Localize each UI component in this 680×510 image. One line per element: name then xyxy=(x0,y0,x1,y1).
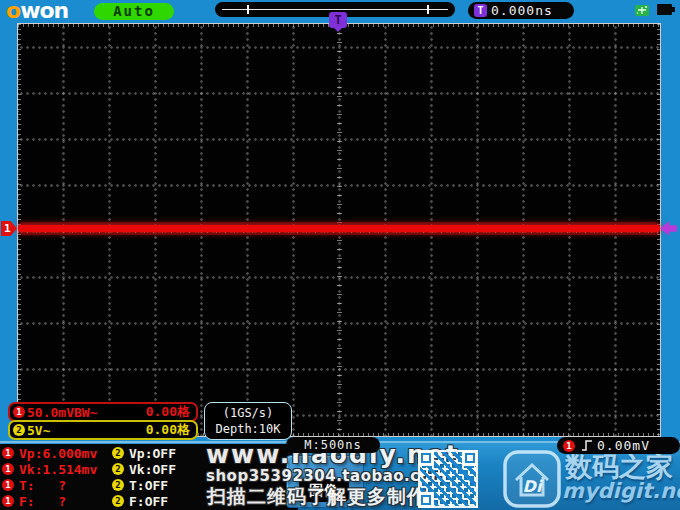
channel1-badge-icon: 1 xyxy=(2,447,14,459)
mydigit-logo-text: Di xyxy=(523,477,544,496)
measurement-row: 1 Vk:1.514mv xyxy=(2,461,97,477)
channel1-measurements: 1 Vp:6.000mv 1 Vk:1.514mv 1 T: ? F: ? 1 … xyxy=(2,445,97,509)
channel2-badge-icon: 2 xyxy=(112,495,124,507)
channel2-badge-icon: 2 xyxy=(13,424,25,436)
trigger-time-readout: T 0.000ns xyxy=(468,2,574,19)
channel1-bandwidth-flag: BW xyxy=(74,405,90,420)
measurement-vp-ch2: Vp:OFF xyxy=(129,446,176,461)
trigger-time-value: 0.000ns xyxy=(491,3,553,18)
channel2-badge-icon: 2 xyxy=(112,447,124,459)
window-left-tick xyxy=(247,5,249,14)
channel2-position-value: 0.00格 xyxy=(146,421,190,439)
channel1-trace xyxy=(18,225,660,232)
owon-logo-rest: won xyxy=(20,0,68,23)
measurement-row: 2 T:OFF xyxy=(112,477,176,493)
memory-line xyxy=(222,9,448,10)
channel2-scale: 5V xyxy=(27,423,43,438)
channel1-badge-icon: 1 xyxy=(13,406,25,418)
channel2-badge-icon: 2 xyxy=(112,479,124,491)
measurement-row: 2 Vk:OFF xyxy=(112,461,176,477)
qr-position-marker xyxy=(462,450,478,466)
oscilloscope-screen: owon Auto T 0.000ns T 1 1 50.0mV BW ~ 0.… xyxy=(0,0,680,510)
measurement-row: 1 Vp:6.000mv xyxy=(2,445,97,461)
trigger-level-marker xyxy=(660,221,677,236)
trigger-level-value: 0.00mV xyxy=(597,438,650,453)
measurement-row: F: ? 1 F: ? xyxy=(2,493,97,509)
measurement-row: 1 T: ? xyxy=(2,477,97,493)
channel1-badge-icon: 1 xyxy=(2,495,14,507)
acquire-mode-badge: Auto xyxy=(94,3,174,20)
watermark-qr-hint: 扫描二维码了解更多制作 xyxy=(207,484,427,510)
channel2-measurements: 2 Vp:OFF 2 Vk:OFF 2 T:OFF 2 F:OFF xyxy=(112,445,176,509)
acquisition-info-box: (1GS/s) Depth:10K xyxy=(204,402,292,440)
measurement-vp-ch1: Vp:6.000mv xyxy=(19,446,97,461)
sample-rate: (1GS/s) xyxy=(205,405,291,421)
qr-position-marker xyxy=(418,492,434,508)
channel1-position-marker: 1 xyxy=(1,221,17,236)
channel1-scale: 50.0mV xyxy=(27,405,74,420)
channel2-coupling: ~ xyxy=(43,423,51,438)
measurement-vk-ch2: Vk:OFF xyxy=(129,462,176,477)
watermark-shop: shop35392304.taobao.com xyxy=(206,467,447,485)
channel1-badge-icon: 1 xyxy=(2,463,14,475)
owon-logo-o: o xyxy=(6,0,20,23)
measurement-vk-ch1: Vk:1.514mv xyxy=(19,462,97,477)
timebase-readout: M:500ns xyxy=(286,437,380,453)
qr-position-marker xyxy=(418,450,434,466)
mydigit-site-url: mydigit.net xyxy=(562,479,680,503)
measurement-t-ch2: T:OFF xyxy=(129,478,168,493)
qr-code xyxy=(418,450,478,508)
measurement-t-ch1: T: ? xyxy=(19,478,66,493)
owon-logo: owon xyxy=(6,0,68,23)
measurement-f-ch1: F: ? xyxy=(19,494,66,509)
measurement-row: 2 Vp:OFF xyxy=(112,445,176,461)
trigger-status-readout: 1 0.00mV xyxy=(557,437,680,454)
measurement-row: 2 F:OFF xyxy=(112,493,176,509)
trigger-source-badge: 1 xyxy=(563,440,575,452)
channel1-coupling: ~ xyxy=(90,405,98,420)
mydigit-logo-icon: Di xyxy=(502,449,562,509)
channel1-position-value: 0.00格 xyxy=(146,403,190,421)
usb-icon xyxy=(634,3,650,18)
channel2-badge-icon: 2 xyxy=(112,463,124,475)
trigger-horizontal-marker: T xyxy=(329,12,347,28)
window-right-tick xyxy=(427,5,429,14)
channel1-info-box: 1 50.0mV BW ~ 0.00格 xyxy=(8,402,198,422)
measurement-f-ch2: F:OFF xyxy=(129,494,168,509)
channel2-info-box: 2 5V ~ 0.00格 xyxy=(8,420,198,440)
waveform-display xyxy=(17,23,661,437)
trigger-t-icon: T xyxy=(474,4,487,17)
memory-depth: Depth:10K xyxy=(205,421,291,437)
battery-icon xyxy=(657,4,672,15)
channel1-badge-icon: 1 xyxy=(2,479,14,491)
rising-edge-icon xyxy=(581,439,593,452)
